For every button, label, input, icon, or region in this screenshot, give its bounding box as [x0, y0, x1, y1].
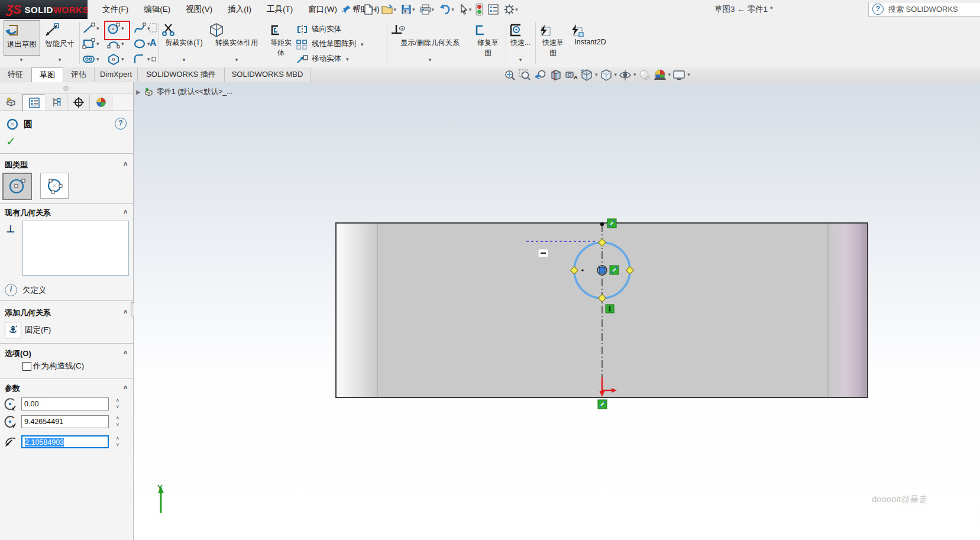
existing-relations-listbox[interactable] — [22, 221, 129, 276]
move-dropdown[interactable]: ▾ — [346, 56, 349, 62]
search-box[interactable]: ? 搜索 SOLIDWORKS — [868, 2, 980, 17]
graphics-viewport[interactable]: Y ▶ 零件1 (默认<<默认>_... dooooit@暴走 — [134, 82, 980, 540]
settings-gear-icon[interactable]: ▾ — [502, 1, 519, 18]
center-x-field[interactable]: 0.00 — [21, 397, 109, 410]
convert-dropdown[interactable]: ▾ — [208, 57, 265, 63]
trim-dropdown[interactable]: ▾ — [161, 57, 207, 63]
section-options[interactable]: 选项(O) — [5, 348, 31, 359]
tab-sketch[interactable]: 草图 — [31, 67, 63, 83]
hide-show-items-icon[interactable] — [618, 69, 632, 82]
dimxpertmanager-tab[interactable] — [67, 94, 90, 111]
view-orientation-dropdown[interactable]: ▾ — [595, 72, 598, 77]
text-tool[interactable]: A — [150, 38, 157, 48]
previous-view-icon[interactable] — [533, 69, 548, 82]
rectangle-tool[interactable]: ▾ — [82, 37, 104, 50]
perimeter-circle-type-button[interactable] — [40, 173, 69, 199]
view-settings-dropdown[interactable]: ▾ — [687, 72, 690, 77]
repair-sketch-button[interactable]: 修复草 图 — [472, 24, 504, 58]
exit-sketch-dropdown[interactable]: ▾ — [4, 57, 39, 63]
pm-help-icon[interactable]: ? — [115, 118, 127, 130]
tab-dimxpert[interactable]: DimXpert — [95, 67, 138, 82]
view-settings-icon[interactable] — [672, 69, 686, 82]
configurationmanager-tab[interactable] — [45, 94, 67, 111]
circle-type-collapse-icon[interactable]: ʌ — [124, 160, 127, 167]
section-existing-relations[interactable]: 现有几何关系 — [5, 208, 51, 218]
select-cursor-button[interactable]: ▾ — [457, 1, 473, 18]
section-parameters[interactable]: 参数 — [5, 383, 20, 394]
featuremanager-tree-tab[interactable] — [0, 94, 22, 111]
radius-spinner[interactable]: ˄˅ — [114, 435, 122, 449]
display-relations-dropdown[interactable]: ▾ — [389, 57, 471, 63]
options-list-icon[interactable] — [486, 1, 500, 18]
menu-file[interactable]: 文件(F) — [95, 0, 136, 18]
menu-window[interactable]: 窗口(W) — [300, 0, 345, 18]
options-collapse-icon[interactable]: ʌ — [124, 348, 127, 355]
annotation-view-icon[interactable]: A — [564, 69, 578, 82]
center-y-spinner[interactable]: ˄˅ — [114, 415, 122, 429]
existing-relations-collapse-icon[interactable]: ʌ — [124, 208, 127, 215]
instant2d-button[interactable]: Instant2D — [569, 24, 612, 46]
polygon-tool[interactable]: ▾ — [106, 53, 129, 66]
section-view-icon[interactable] — [549, 69, 563, 82]
add-relations-collapse-icon[interactable]: ʌ — [124, 308, 127, 315]
print-button[interactable]: ▾ — [418, 1, 436, 18]
menu-tools[interactable]: 工具(T) — [259, 0, 300, 18]
relation-badge-coincident-top[interactable] — [607, 219, 616, 228]
smart-dimension-button[interactable]: 智能尺寸 — [43, 20, 77, 54]
tab-solidworks-mbd[interactable]: SOLIDWORKS MBD — [225, 67, 311, 82]
zoom-fit-icon[interactable] — [503, 69, 517, 82]
quick-snaps-button[interactable]: 快速... — [507, 20, 533, 48]
hide-show-dropdown[interactable]: ▾ — [633, 72, 636, 77]
rebuild-button[interactable] — [474, 1, 484, 18]
radius-field[interactable]: 2.10584903 — [21, 435, 109, 448]
center-x-spinner[interactable]: ˄˅ — [114, 397, 122, 411]
pattern-dropdown[interactable]: ▾ — [361, 41, 364, 47]
offset-entities-button[interactable]: 等距实 体 — [267, 24, 295, 58]
displaymanager-tab[interactable] — [90, 94, 112, 111]
undo-button[interactable]: ▾ — [437, 1, 455, 18]
display-style-dropdown[interactable]: ▾ — [614, 72, 617, 77]
apply-scene-dropdown[interactable]: ▾ — [668, 72, 671, 77]
tab-evaluate[interactable]: 评估 — [63, 67, 95, 82]
tree-expand-icon[interactable]: ▶ — [136, 89, 141, 95]
tab-features[interactable]: 特征 — [0, 67, 31, 82]
tab-solidworks-addins[interactable]: SOLIDWORKS 插件 — [138, 67, 225, 82]
move-entities-button[interactable]: 移动实体 ▾ — [296, 51, 384, 66]
menu-view[interactable]: 视图(V) — [178, 0, 220, 18]
smart-dimension-dropdown[interactable]: ▾ — [43, 57, 77, 63]
line-tool[interactable]: ▾ — [82, 22, 104, 35]
pm-ok-button[interactable]: ✓ — [6, 134, 16, 148]
top-vertex-point[interactable] — [600, 222, 604, 226]
quick-snaps-dropdown[interactable]: ▾ — [507, 57, 533, 63]
display-delete-relations-button[interactable]: 显示/删除几何关系 — [389, 20, 471, 48]
view-orientation-icon[interactable] — [580, 69, 594, 82]
feature-tree-overlay[interactable]: ▶ 零件1 (默认<<默认>_... — [136, 87, 233, 97]
exit-sketch-button[interactable]: 退出草图 — [4, 20, 40, 56]
slot-tool[interactable]: ▾ — [82, 53, 104, 66]
tree-part-label[interactable]: 零件1 (默认<<默认>_... — [157, 87, 233, 97]
edit-appearance-icon[interactable] — [638, 69, 652, 82]
rapid-sketch-button[interactable]: 快速草 图 — [537, 24, 569, 58]
relation-badge-coincident-center[interactable] — [610, 266, 619, 274]
linear-sketch-pattern-button[interactable]: 线性草图阵列 ▾ — [296, 37, 384, 51]
mirror-entities-button[interactable]: 镜向实体 — [296, 22, 384, 37]
viewport-canvas[interactable]: Y — [134, 82, 980, 540]
open-document-button[interactable]: ▾ — [380, 1, 398, 18]
apply-scene-icon[interactable] — [653, 69, 667, 82]
center-circle-type-button[interactable] — [2, 173, 32, 200]
save-button[interactable]: ▾ — [399, 1, 416, 18]
partial-point-tool[interactable] — [151, 56, 157, 62]
convert-entities-button[interactable]: 转换实体引用 — [208, 20, 265, 48]
menu-edit[interactable]: 编辑(E) — [136, 0, 178, 18]
zoom-area-icon[interactable] — [518, 69, 532, 82]
menu-insert[interactable]: 插入(I) — [220, 0, 259, 18]
construction-line-checkbox[interactable] — [22, 362, 31, 371]
fix-relation-button[interactable] — [5, 322, 21, 338]
pin-menu-icon[interactable] — [341, 4, 352, 15]
relation-badge-vertical[interactable] — [606, 305, 614, 313]
parameters-collapse-icon[interactable]: ʌ — [124, 383, 127, 390]
help-icon[interactable]: ? — [872, 4, 884, 15]
center-y-field[interactable]: 9.42654491 — [21, 415, 109, 428]
relation-badge-coincident-origin[interactable] — [598, 400, 607, 409]
new-document-button[interactable]: ▾ — [361, 1, 378, 18]
